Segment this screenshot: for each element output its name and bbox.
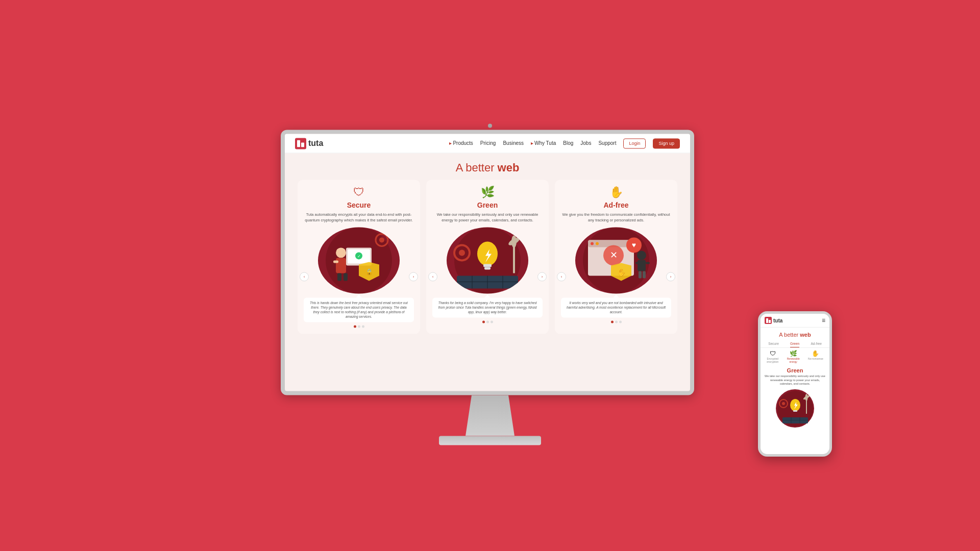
- mobile-hero: A better web: [761, 328, 829, 340]
- mobile-logo: tuta: [765, 317, 782, 324]
- svg-rect-44: [638, 260, 646, 271]
- nav-link-pricing[interactable]: Pricing: [480, 140, 496, 146]
- gdot-1: [482, 321, 485, 323]
- svg-text:✓: ✓: [357, 254, 361, 259]
- nav: tuta ▸Products Pricing Business ▸Why Tut…: [285, 134, 690, 153]
- mobile-adfree-label: No-nonsense: [808, 357, 823, 360]
- svg-point-22: [511, 235, 517, 247]
- secure-next-btn[interactable]: ›: [409, 272, 418, 282]
- dot-2: [358, 325, 360, 328]
- svg-text:♥: ♥: [632, 241, 636, 249]
- adfree-next-btn[interactable]: ›: [666, 272, 675, 282]
- nav-link-support[interactable]: Support: [598, 140, 616, 146]
- svg-point-53: [782, 402, 785, 405]
- dot-3: [362, 325, 364, 328]
- green-dots: [482, 321, 493, 323]
- dot-1: [354, 325, 356, 328]
- svg-rect-0: [297, 140, 300, 147]
- mobile-tab-icon-adfree: ✋ No-nonsense: [808, 350, 823, 363]
- hero-title: A better web: [285, 161, 690, 174]
- adfree-image: ♥ ✕ ✋: [575, 227, 657, 293]
- mobile-green-icon: 🌿: [790, 350, 797, 357]
- green-next-btn[interactable]: ›: [537, 272, 547, 282]
- svg-text:✕: ✕: [610, 250, 618, 260]
- secure-desc: Tuta automatically encrypts all your dat…: [304, 212, 414, 223]
- hero: A better web: [285, 153, 690, 180]
- svg-point-43: [637, 251, 646, 260]
- secure-quote: This is hands down the best free privacy…: [304, 297, 414, 322]
- svg-rect-50: [769, 320, 771, 323]
- mobile-hero-normal: A better: [779, 332, 800, 338]
- scene: tuta ▸Products Pricing Business ▸Why Tut…: [0, 0, 980, 551]
- signup-button[interactable]: Sign up: [653, 138, 680, 148]
- svg-point-35: [591, 242, 594, 245]
- logo-text: tuta: [308, 139, 323, 148]
- mobile-tabs: Secure Green Ad-free: [761, 340, 829, 348]
- monitor-indicator: [488, 123, 492, 128]
- monitor: tuta ▸Products Pricing Business ▸Why Tut…: [281, 121, 699, 417]
- svg-point-19: [459, 249, 465, 256]
- monitor-stand: [459, 395, 521, 436]
- mobile-mockup: tuta ≡ A better web Secure Green Ad-free…: [758, 311, 832, 457]
- svg-point-36: [596, 242, 599, 245]
- green-carousel-nav: ‹ ›: [426, 272, 549, 282]
- secure-prev-btn[interactable]: ‹: [300, 272, 309, 282]
- nav-link-business[interactable]: Business: [503, 140, 524, 146]
- adot-3: [619, 321, 622, 323]
- svg-rect-58: [793, 410, 797, 412]
- adfree-icon: ✋: [609, 186, 623, 199]
- bullet-products: ▸: [449, 140, 452, 146]
- svg-rect-24: [483, 264, 492, 267]
- svg-point-4: [379, 237, 384, 242]
- adot-1: [611, 321, 614, 323]
- nav-link-whytuta[interactable]: ▸Why Tuta: [531, 140, 556, 146]
- svg-rect-49: [766, 318, 768, 323]
- hero-title-bold: web: [498, 161, 520, 174]
- mobile-card-title: Green: [761, 365, 829, 374]
- svg-point-56: [805, 394, 807, 401]
- mobile-tab-icon-secure: 🛡 Encryptedencryption: [767, 350, 778, 363]
- logo-icon: [295, 138, 306, 149]
- nav-link-blog[interactable]: Blog: [563, 140, 573, 146]
- secure-dots: [354, 325, 364, 328]
- green-prev-btn[interactable]: ‹: [428, 272, 437, 282]
- svg-rect-7: [333, 260, 338, 263]
- green-quote: Thanks for being a solid company. I'm ve…: [432, 297, 543, 317]
- logo: tuta: [295, 138, 323, 149]
- adfree-dots: [611, 321, 622, 323]
- mobile-card-image: [776, 389, 814, 428]
- gdot-2: [486, 321, 489, 323]
- mobile-menu-icon[interactable]: ≡: [822, 317, 825, 324]
- mobile-tab-icon-green: 🌿 Renewableenergy: [787, 350, 800, 363]
- mobile-secure-label: Encryptedencryption: [767, 357, 778, 363]
- secure-image: 🔒 ✓: [318, 227, 400, 293]
- mobile-secure-icon: 🛡: [770, 350, 776, 357]
- mobile-logo-text: tuta: [773, 318, 782, 323]
- adfree-title: Ad-free: [603, 201, 628, 209]
- green-icon: 🌿: [481, 186, 495, 199]
- mobile-adfree-icon: ✋: [812, 350, 819, 357]
- svg-rect-25: [484, 267, 491, 269]
- mobile-tab-secure[interactable]: Secure: [768, 342, 779, 347]
- adot-2: [615, 321, 618, 323]
- mobile-green-label: Renewableenergy: [787, 357, 800, 363]
- gdot-3: [491, 321, 493, 323]
- hero-title-normal: A better: [456, 161, 498, 174]
- card-green: 🌿 Green We take our responsibility serio…: [426, 180, 549, 334]
- nav-link-products[interactable]: ▸Products: [449, 140, 473, 146]
- mobile-tab-adfree[interactable]: Ad-free: [811, 342, 822, 347]
- secure-icon: 🛡: [353, 186, 364, 199]
- mobile-nav: tuta ≡: [761, 314, 829, 328]
- nav-link-jobs[interactable]: Jobs: [580, 140, 591, 146]
- mobile-hero-bold: web: [800, 332, 811, 338]
- adfree-prev-btn[interactable]: ‹: [557, 272, 566, 282]
- adfree-desc: We give you the freedom to communicate c…: [561, 212, 671, 223]
- login-button[interactable]: Login: [623, 138, 646, 148]
- mobile-tab-green[interactable]: Green: [790, 342, 799, 347]
- card-adfree: ✋ Ad-free We give you the freedom to com…: [555, 180, 677, 334]
- green-image: [447, 227, 528, 293]
- secure-title: Secure: [347, 201, 371, 209]
- svg-rect-45: [635, 262, 640, 264]
- green-title: Green: [477, 201, 498, 209]
- website: tuta ▸Products Pricing Business ▸Why Tut…: [285, 134, 690, 391]
